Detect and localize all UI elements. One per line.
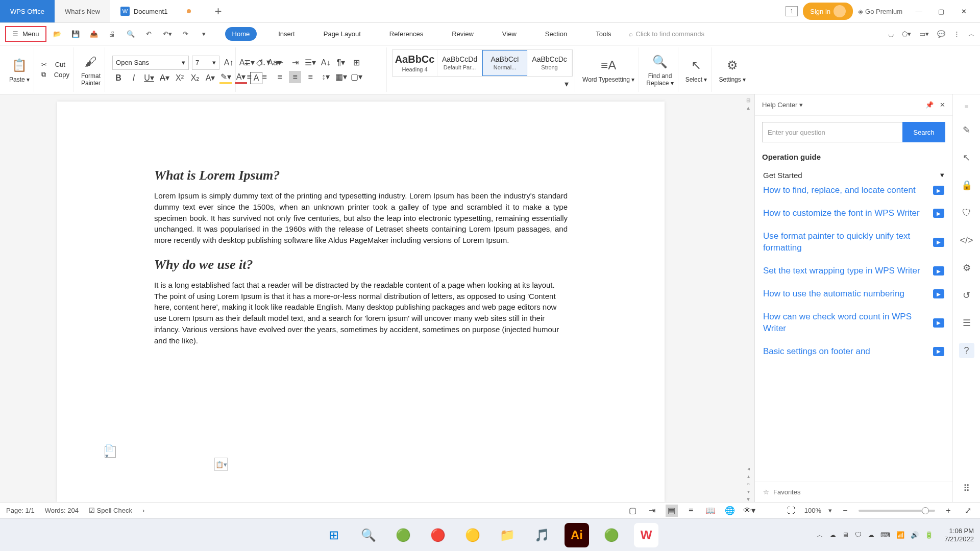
chrome-4-icon[interactable]: 🟢 <box>599 523 624 547</box>
para-options-icon[interactable]: ☰▾ <box>304 57 316 69</box>
italic-button[interactable]: I <box>128 72 140 84</box>
maximize-button[interactable]: ▢ <box>930 0 952 23</box>
outline-view-icon[interactable]: ≡ <box>685 505 697 517</box>
command-search[interactable]: ⌕ Click to find commands <box>629 30 704 38</box>
eraser-icon[interactable]: ◡ <box>888 30 894 38</box>
get-started-row[interactable]: Get Started▾ <box>755 165 952 185</box>
menu-button[interactable]: ☰ Menu <box>5 26 46 42</box>
start-button[interactable]: ⊞ <box>322 523 346 547</box>
print-icon[interactable]: 🖨 <box>107 29 118 40</box>
collapse-ribbon-icon[interactable]: ︿ <box>968 30 975 39</box>
align-right-icon[interactable]: ≡ <box>274 71 286 83</box>
export-icon[interactable]: 📤 <box>88 29 100 40</box>
undo-dropdown-icon[interactable]: ↶▾ <box>162 29 173 40</box>
settings-button[interactable]: Settings ▾ <box>719 76 746 83</box>
find-replace-button[interactable]: Find and Replace ▾ <box>646 72 673 87</box>
styles-more-icon[interactable]: ▾ <box>560 79 573 90</box>
tab-references[interactable]: References <box>382 27 430 41</box>
history-icon[interactable]: ↺ <box>959 288 974 303</box>
word-count[interactable]: Words: 204 <box>45 507 79 514</box>
shape-icon[interactable]: ⬠▾ <box>902 30 911 38</box>
more-icon[interactable]: ⋮ <box>953 30 960 38</box>
distribute-icon[interactable]: ≡ <box>304 71 316 83</box>
undo-icon[interactable]: ↶ <box>143 29 155 40</box>
page[interactable]: What is Lorem Ipsum? Lorem Ipsum is simp… <box>57 102 665 502</box>
tab-tools[interactable]: Tools <box>589 27 618 41</box>
file-explorer-icon[interactable]: 📁 <box>495 523 520 547</box>
help-rail-icon[interactable]: ? <box>959 343 974 358</box>
tray-expand-icon[interactable]: ︿ <box>817 531 823 540</box>
zoom-out-button[interactable]: − <box>839 505 851 517</box>
cloud-icon[interactable]: ☁ <box>829 531 836 539</box>
page-options-icon[interactable]: 📄▾ <box>105 446 116 458</box>
tab-review[interactable]: Review <box>445 27 481 41</box>
help-link-0[interactable]: How to find, replace, and locate content… <box>763 185 944 196</box>
borders-icon[interactable]: ▢▾ <box>350 71 362 83</box>
pilcrow-icon[interactable]: ¶▾ <box>335 57 347 69</box>
spell-check-toggle[interactable]: ☑ Spell Check <box>89 507 132 514</box>
page-indicator[interactable]: Page: 1/1 <box>6 507 35 514</box>
drag-handle-icon[interactable]: ≡ <box>965 103 969 110</box>
indent-icon[interactable]: ⇥ <box>289 57 301 69</box>
pen-icon[interactable]: ✎ <box>959 122 974 138</box>
reading-view-icon[interactable]: 📖 <box>704 505 717 517</box>
tab-view[interactable]: View <box>495 27 524 41</box>
increase-font-icon[interactable]: A↑ <box>223 57 235 69</box>
split-icon[interactable]: ⊟ <box>746 97 750 103</box>
chrome-icon[interactable]: 🟢 <box>391 523 415 547</box>
styles-gallery[interactable]: AaBbCcHeading 4 AaBbCcDdDefault Par... A… <box>392 49 573 77</box>
paste-button[interactable]: Paste ▾ <box>9 76 30 83</box>
help-link-3[interactable]: Set the text wrapping type in WPS Writer… <box>763 265 944 277</box>
web-view-icon[interactable]: 🌐 <box>724 505 736 517</box>
numbering-icon[interactable]: ⒈▾ <box>258 57 271 69</box>
wifi-icon[interactable]: 📶 <box>896 531 904 539</box>
tab-settings-icon[interactable]: ⊞ <box>350 57 362 69</box>
eye-protect-icon[interactable]: 👁▾ <box>743 505 755 517</box>
outdent-icon[interactable]: ⇤ <box>274 57 286 69</box>
window-icon[interactable]: ▭▾ <box>919 30 929 38</box>
zoom-slider[interactable] <box>859 510 935 512</box>
justify-icon[interactable]: ≡ <box>289 71 301 83</box>
taskbar-search-icon[interactable]: 🔍 <box>356 523 381 547</box>
keyboard-icon[interactable]: ⌨ <box>880 531 890 539</box>
tab-insert[interactable]: Insert <box>271 27 302 41</box>
chevron-right-icon[interactable]: › <box>142 507 144 514</box>
new-tab-button[interactable]: + <box>205 0 231 22</box>
help-link-5[interactable]: How can we check word count in WPS Write… <box>763 311 944 335</box>
chevron-down-icon[interactable]: ▾ <box>799 101 803 109</box>
bullets-icon[interactable]: ≣▾ <box>243 57 255 69</box>
shading-icon[interactable]: ▦▾ <box>335 71 347 83</box>
redo-icon[interactable]: ↷ <box>180 29 191 40</box>
format-painter-button[interactable]: Format Painter <box>81 72 101 87</box>
align-left-icon[interactable]: ≡ <box>243 71 255 83</box>
chrome-3-icon[interactable]: 🟡 <box>460 523 485 547</box>
music-icon[interactable]: 🎵 <box>530 523 554 547</box>
monitor-icon[interactable]: 🖥 <box>842 531 849 539</box>
help-link-2[interactable]: Use format painter to quickly unify text… <box>763 231 944 254</box>
onedrive-icon[interactable]: ☁ <box>868 531 874 539</box>
zoom-in-button[interactable]: + <box>942 505 954 517</box>
sort-icon[interactable]: A↓ <box>320 57 332 69</box>
print-layout-icon[interactable]: ▤ <box>666 505 678 517</box>
superscript-button[interactable]: X² <box>174 72 186 84</box>
help-link-4[interactable]: How to use the automatic numbering▶ <box>763 288 944 300</box>
help-link-1[interactable]: How to customize the font in WPS Writer▶ <box>763 208 944 219</box>
subscript-button[interactable]: X₂ <box>189 72 201 84</box>
select-icon[interactable]: ↖ <box>688 57 705 74</box>
paste-icon[interactable]: 📋 <box>11 57 28 74</box>
wps-taskbar-icon[interactable]: W <box>634 523 658 547</box>
sign-in-button[interactable]: Sign in <box>803 3 853 20</box>
code-icon[interactable]: </> <box>959 233 974 248</box>
lock-icon[interactable]: 🔒 <box>959 178 974 193</box>
find-icon[interactable]: 🔍 <box>651 53 669 70</box>
chrome-2-icon[interactable]: 🔴 <box>426 523 450 547</box>
fit-icon[interactable]: ⛶ <box>785 505 797 517</box>
settings-icon[interactable]: ⚙ <box>724 57 741 74</box>
align-center-icon[interactable]: ≡ <box>258 71 271 83</box>
app-tab[interactable]: WPS Office <box>0 0 55 22</box>
pin-icon[interactable]: 📌 <box>925 101 934 109</box>
go-premium-button[interactable]: ◈ Go Premium <box>858 8 902 15</box>
zoom-level[interactable]: 100% <box>804 507 821 514</box>
format-painter-icon[interactable]: 🖌 <box>82 53 100 70</box>
copy-button[interactable]: ⧉ Copy <box>41 70 69 79</box>
